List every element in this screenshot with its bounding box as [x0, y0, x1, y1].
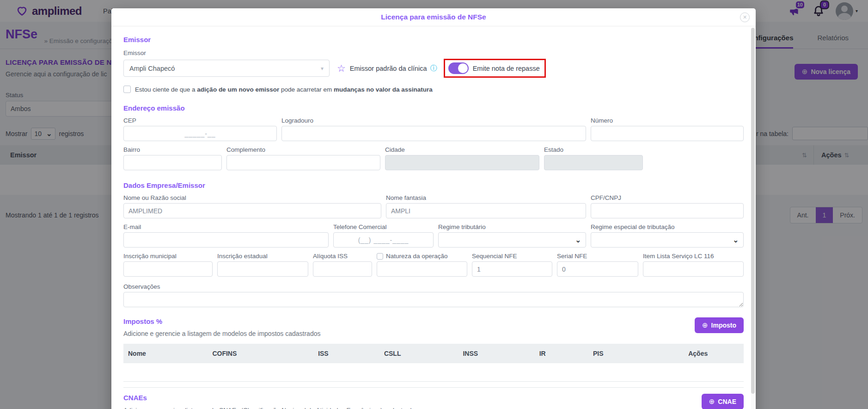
- emissor-label: Emissor: [123, 50, 744, 56]
- bairro-label: Bairro: [123, 146, 222, 153]
- impostos-table-body: [123, 363, 744, 382]
- inscricao-municipal-label: Inscrição municipal: [123, 253, 213, 260]
- aliquota-iss-label: Alíquota ISS: [313, 253, 372, 260]
- item-lista-label: Item Lista Serviço LC 116: [643, 253, 744, 260]
- default-emissor-label: Emissor padrão da clínica: [350, 65, 427, 72]
- inscricao-estadual-label: Inscrição estadual: [217, 253, 308, 260]
- sequencial-nfe-input[interactable]: [472, 261, 552, 277]
- complemento-input[interactable]: [226, 155, 380, 170]
- regime-label: Regime tributário: [438, 223, 586, 230]
- awareness-text: Estou ciente de que a adição de um novo …: [135, 86, 433, 93]
- star-icon[interactable]: ☆: [337, 63, 346, 74]
- regime-especial-label: Regime especial de tributação: [591, 223, 744, 230]
- numero-label: Número: [591, 117, 744, 124]
- estado-input: [544, 155, 643, 170]
- inscricao-municipal-input[interactable]: [123, 261, 213, 277]
- fantasia-input[interactable]: [386, 203, 586, 218]
- phone-input[interactable]: [333, 232, 434, 248]
- cidade-input: [385, 155, 539, 170]
- natureza-input[interactable]: [377, 261, 467, 277]
- col-iss: ISS: [318, 350, 384, 357]
- cep-input[interactable]: [123, 126, 277, 141]
- serial-nfe-input[interactable]: [557, 261, 638, 277]
- add-imposto-button[interactable]: ⊕ Imposto: [695, 317, 744, 333]
- estado-label: Estado: [544, 146, 643, 153]
- observacoes-label: Observações: [123, 283, 744, 290]
- section-cnaes: CNAEs: [123, 394, 418, 402]
- close-icon[interactable]: ✕: [740, 12, 750, 22]
- inscricao-estadual-input[interactable]: [217, 261, 308, 277]
- chevron-down-icon: ▾: [321, 65, 324, 72]
- section-dados-empresa: Dados Empresa/Emissor: [123, 181, 744, 189]
- bairro-input[interactable]: [123, 155, 222, 170]
- email-label: E-mail: [123, 223, 329, 230]
- regime-especial-select[interactable]: ⌄: [591, 232, 744, 248]
- col-inss: INSS: [463, 350, 539, 357]
- col-csll: CSLL: [384, 350, 463, 357]
- cidade-label: Cidade: [385, 146, 539, 153]
- emissor-select[interactable]: Ampli Chapecó ▾: [123, 60, 330, 77]
- logradouro-label: Logradouro: [281, 117, 586, 124]
- razao-label: Nome ou Razão social: [123, 194, 381, 201]
- info-icon[interactable]: ⓘ: [430, 64, 437, 73]
- awareness-checkbox[interactable]: [123, 86, 131, 93]
- section-endereco: Endereço emissão: [123, 104, 744, 112]
- add-cnae-button[interactable]: ⊕ CNAE: [702, 394, 744, 409]
- observacoes-textarea[interactable]: [123, 292, 744, 307]
- cpf-cnpj-input[interactable]: [591, 203, 744, 218]
- fantasia-label: Nome fantasia: [386, 194, 586, 201]
- regime-select[interactable]: ⌄: [438, 232, 586, 248]
- razao-input[interactable]: [123, 203, 381, 218]
- col-nome: Nome: [128, 350, 212, 357]
- serial-nfe-label: Serial NFE: [557, 253, 638, 260]
- repasse-toggle[interactable]: [448, 62, 469, 74]
- email-input[interactable]: [123, 232, 329, 248]
- modal-header: Licença para emissão de NFSe ✕: [111, 8, 756, 26]
- sequencial-nfe-label: Sequencial NFE: [472, 253, 552, 260]
- col-pis: PIS: [593, 350, 688, 357]
- cpf-cnpj-label: CPF/CNPJ: [591, 194, 744, 201]
- add-icon: ⊕: [702, 321, 708, 329]
- impostos-table-header: Nome COFINS ISS CSLL INSS IR PIS Ações: [123, 344, 744, 363]
- cep-label: CEP: [123, 117, 277, 124]
- numero-input[interactable]: [591, 126, 744, 141]
- phone-label: Telefone Comercial: [333, 223, 434, 230]
- complemento-label: Complemento: [226, 146, 380, 153]
- aliquota-iss-input[interactable]: [313, 261, 372, 277]
- item-lista-input[interactable]: [643, 261, 744, 277]
- modal-scrollbar[interactable]: [751, 28, 755, 409]
- section-impostos: Impostos %: [123, 317, 320, 325]
- modal-title: Licença para emissão de NFSe: [381, 13, 486, 21]
- natureza-label: Natureza da operação: [386, 253, 448, 260]
- cnaes-subtitle: Adicione e gerencie a listagem de CNAEs …: [123, 407, 418, 409]
- natureza-checkbox[interactable]: [377, 253, 383, 260]
- impostos-subtitle: Adicione e gerencie a listagem de modelo…: [123, 330, 320, 337]
- col-acoes: Ações: [688, 350, 739, 357]
- repasse-highlight-box: Emite nota de repasse: [444, 59, 546, 78]
- add-icon: ⊕: [709, 397, 715, 406]
- col-ir: IR: [539, 350, 593, 357]
- col-cofins: COFINS: [212, 350, 318, 357]
- logradouro-input[interactable]: [281, 126, 586, 141]
- section-emissor: Emissor: [123, 36, 744, 43]
- nfse-license-modal: Licença para emissão de NFSe ✕ Emissor E…: [111, 8, 756, 409]
- modal-divider: [123, 387, 744, 388]
- repasse-toggle-label: Emite nota de repasse: [473, 65, 540, 72]
